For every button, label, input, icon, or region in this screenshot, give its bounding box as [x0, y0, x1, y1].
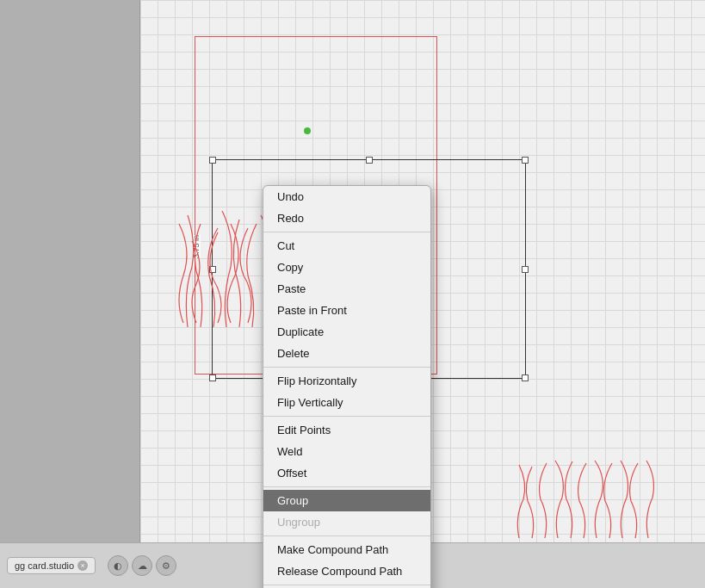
menu-separator-release-compound-path: [263, 585, 430, 585]
bottom-icon-2[interactable]: ☁: [132, 555, 152, 576]
anchor-point: [304, 127, 311, 134]
grass-illustration-right: [510, 456, 665, 542]
menu-item-cut[interactable]: Cut: [263, 235, 430, 257]
menu-separator-delete: [263, 367, 430, 368]
bottom-icon-1[interactable]: ◐: [108, 555, 128, 576]
handle-tr: [522, 157, 529, 164]
menu-item-delete[interactable]: Delete: [263, 343, 430, 364]
menu-item-ungroup: Ungroup: [263, 511, 430, 533]
menu-separator-flip-v: [263, 416, 430, 417]
handle-tm: [366, 157, 373, 164]
handle-br: [522, 374, 529, 381]
menu-item-weld[interactable]: Weld: [263, 441, 430, 462]
menu-item-copy[interactable]: Copy: [263, 257, 430, 278]
menu-item-duplicate[interactable]: Duplicate: [263, 321, 430, 343]
handle-bl: [209, 374, 216, 381]
tab-item[interactable]: gg card.studio ×: [7, 557, 96, 574]
bottom-icons: ◐ ☁ ⚙: [108, 555, 176, 576]
menu-separator-redo: [263, 232, 430, 232]
tab-close-button[interactable]: ×: [77, 560, 88, 571]
context-menu: UndoRedoCutCopyPastePaste in FrontDuplic…: [263, 185, 431, 588]
menu-separator-offset: [263, 486, 430, 487]
handle-mr: [522, 266, 529, 273]
menu-item-group[interactable]: Group: [263, 490, 430, 511]
left-sidebar: [0, 0, 140, 542]
menu-item-flip-h[interactable]: Flip Horizontally: [263, 370, 430, 392]
menu-item-redo[interactable]: Redo: [263, 207, 430, 229]
menu-item-make-compound-path[interactable]: Make Compound Path: [263, 539, 430, 560]
menu-item-paste-in-front[interactable]: Paste in Front: [263, 300, 430, 321]
menu-item-edit-points[interactable]: Edit Points: [263, 419, 430, 441]
handle-tl: [209, 157, 216, 164]
menu-item-flip-v[interactable]: Flip Vertically: [263, 392, 430, 413]
menu-item-undo[interactable]: Undo: [263, 186, 430, 207]
bottom-icon-3[interactable]: ⚙: [156, 555, 176, 576]
menu-separator-ungroup: [263, 535, 430, 536]
tab-label: gg card.studio: [15, 560, 74, 571]
canvas-area: 3.75 in: [0, 0, 705, 588]
menu-item-paste[interactable]: Paste: [263, 278, 430, 300]
menu-item-offset[interactable]: Offset: [263, 462, 430, 484]
menu-item-release-compound-path[interactable]: Release Compound Path: [263, 560, 430, 582]
